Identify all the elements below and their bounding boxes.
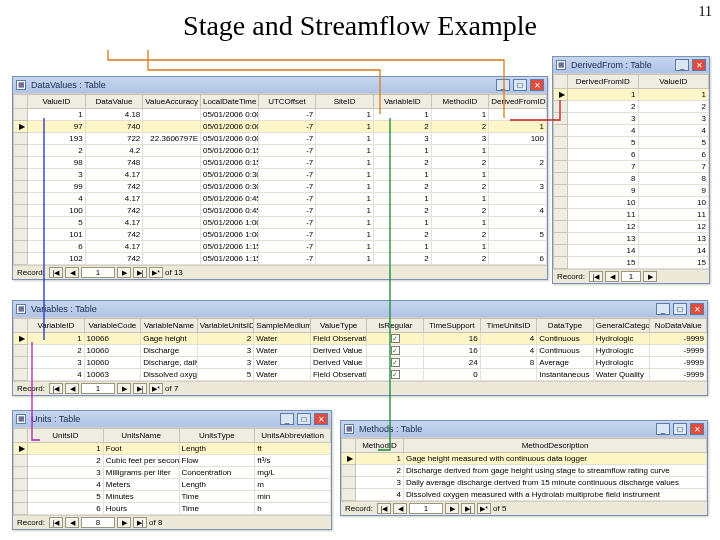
cell[interactable]: 1 [316,133,374,145]
cell[interactable]: Derived Value [310,345,367,357]
column-header[interactable]: GeneralCategory [593,319,650,333]
cell[interactable]: 99 [28,181,86,193]
cell[interactable]: 97 [28,121,86,133]
cell[interactable]: 22.3606797E [143,133,201,145]
cell[interactable]: Dissolved oxygen measured with a Hydrola… [404,489,707,501]
cell[interactable] [489,241,547,253]
cell[interactable]: 11 [638,209,709,221]
cell[interactable]: -7 [258,133,316,145]
cell[interactable]: 2 [373,181,431,193]
cell[interactable]: 1 [316,157,374,169]
maximize-button[interactable]: □ [513,79,527,91]
table-row[interactable]: 1313 [554,233,709,245]
nav-first-button[interactable]: |◀ [49,383,63,394]
cell[interactable]: m [255,479,331,491]
cell[interactable]: 2 [373,253,431,265]
cell[interactable]: 15 [568,257,639,269]
table-row[interactable]: 9974205/01/2006 0:30:00.000-71223 [14,181,547,193]
cell[interactable]: Concentration [179,467,255,479]
cell[interactable]: 1 [316,205,374,217]
column-header[interactable]: LocalDateTime [200,95,258,109]
cell[interactable]: 0 [424,369,481,381]
cell[interactable]: Time [179,491,255,503]
grid-units[interactable]: UnitsIDUnitsNameUnitsTypeUnitsAbbreviati… [13,427,331,515]
column-header[interactable]: DataType [537,319,594,333]
cell[interactable]: 05/01/2006 0:30:00.000 [200,169,258,181]
table-row[interactable]: 3Daily average discharge derived from 15… [342,477,707,489]
table-row[interactable]: 34.1705/01/2006 0:30:00.000-7111 [14,169,547,181]
cell[interactable]: 8 [480,357,537,369]
cell[interactable]: 1 [431,169,489,181]
cell[interactable]: 10 [568,197,639,209]
cell[interactable]: -7 [258,217,316,229]
table-row[interactable]: 1010 [554,197,709,209]
column-header[interactable]: NoDataValue [650,319,707,333]
nav-next-button[interactable]: ▶ [117,383,131,394]
maximize-button[interactable]: □ [673,423,687,435]
cell[interactable]: 4 [480,333,537,345]
cell[interactable]: Water [254,357,311,369]
cell[interactable]: 2 [489,157,547,169]
cell[interactable]: 1 [373,193,431,205]
table-row[interactable]: 2Cubic feet per secondFlowft³/s [14,455,331,467]
cell[interactable]: h [255,503,331,515]
column-header[interactable]: ValueAccuracy [143,95,201,109]
column-header[interactable]: UnitsAbbreviation [255,429,331,443]
cell[interactable]: Gage height [141,333,198,345]
cell[interactable]: 4.18 [85,109,143,121]
cell[interactable]: 16 [424,345,481,357]
minimize-button[interactable]: _ [675,59,689,71]
cell[interactable] [143,253,201,265]
nav-next-button[interactable]: ▶ [445,503,459,514]
column-header[interactable]: MethodDescription [404,439,707,453]
cell[interactable]: 10063 [84,369,141,381]
cell[interactable]: 2 [638,101,709,113]
cell[interactable]: 11 [568,209,639,221]
column-header[interactable]: MethodID [356,439,404,453]
cell[interactable]: 24 [424,357,481,369]
cell[interactable]: Cubic feet per second [103,455,179,467]
nav-prev-button[interactable]: ◀ [65,517,79,528]
cell[interactable]: 05/01/2006 1:00:00.000 [200,229,258,241]
table-row[interactable]: 77 [554,161,709,173]
cell[interactable]: 3 [28,169,86,181]
record-navigator[interactable]: Record: |◀ ◀ 1 ▶ ▶| ▶* of 5 [341,501,707,515]
table-row[interactable]: 44.1705/01/2006 0:45:00.000-7111 [14,193,547,205]
cell[interactable]: 12 [568,221,639,233]
table-row[interactable]: ▶11 [554,89,709,101]
table-row[interactable]: 22 [554,101,709,113]
cell[interactable]: Hours [103,503,179,515]
column-header[interactable]: UnitsID [28,429,104,443]
column-header[interactable]: UnitsName [103,429,179,443]
cell[interactable] [489,109,547,121]
cell[interactable]: -9999 [650,333,707,345]
nav-record-box[interactable]: 1 [81,383,115,394]
cell[interactable]: 13 [638,233,709,245]
cell[interactable]: 1 [316,217,374,229]
cell[interactable]: 8 [638,173,709,185]
cell[interactable]: Flow [179,455,255,467]
cell[interactable]: 4 [638,125,709,137]
cell[interactable]: 1 [316,109,374,121]
cell[interactable]: Derived Value [310,357,367,369]
cell[interactable]: Milligrams per liter [103,467,179,479]
cell[interactable]: 3 [28,467,104,479]
cell[interactable]: 16 [424,333,481,345]
cell[interactable] [143,241,201,253]
cell[interactable]: -7 [258,109,316,121]
cell[interactable]: 1 [28,443,104,455]
cell[interactable]: Water [254,369,311,381]
cell[interactable]: 1 [373,169,431,181]
cell[interactable]: 100 [489,133,547,145]
cell[interactable]: ✓ [367,357,424,369]
record-navigator[interactable]: Record: |◀ ◀ 1 ▶ ▶| ▶* of 13 [13,265,547,279]
cell[interactable]: 05/01/2006 1:15:00.000 [200,241,258,253]
cell[interactable]: Instantaneous [537,369,594,381]
table-row[interactable]: 88 [554,173,709,185]
titlebar-methods[interactable]: ▦ Methods : Table _ □ ✕ [341,421,707,437]
cell[interactable] [489,145,547,157]
table-row[interactable]: 3Milligrams per literConcentrationmg/L [14,467,331,479]
cell[interactable]: 1 [373,145,431,157]
table-row[interactable]: 1414 [554,245,709,257]
cell[interactable]: Length [179,479,255,491]
